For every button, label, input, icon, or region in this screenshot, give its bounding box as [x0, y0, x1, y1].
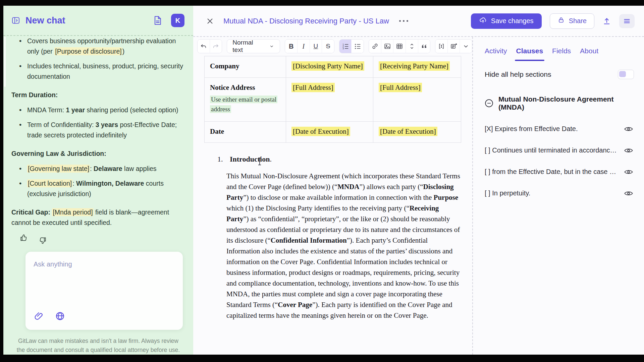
hide-help-toggle[interactable] — [618, 70, 634, 79]
underline-icon[interactable]: U — [310, 40, 322, 53]
toolbar-group — [369, 39, 430, 53]
header-actions: Save changes Share — [471, 13, 635, 29]
clause-stamp-icon[interactable] — [448, 40, 460, 53]
chat-input-card[interactable]: Ask anything — [25, 252, 183, 330]
workspace: Normal textBIUS123 Company[Disclosing Pa… — [193, 36, 644, 355]
chat-para: Critical Gap: [Mnda period] field is bla… — [11, 207, 184, 228]
chat-bullet: [Court location]: Wilmington, Delaware c… — [11, 178, 184, 199]
document-title: Mutual NDA - Disclosing Receiving Party … — [223, 17, 389, 25]
sidebar-header: New chat K — [3, 6, 193, 36]
table-cell[interactable]: [Full Address] — [286, 78, 373, 122]
quote-icon[interactable] — [418, 40, 430, 53]
bullet-list-icon[interactable] — [352, 40, 364, 53]
toolbar-group: 123 — [339, 39, 364, 53]
text-field-icon[interactable] — [435, 40, 448, 53]
table-row-label[interactable]: Date — [205, 122, 286, 143]
chat-title: New chat — [25, 15, 65, 26]
more-options-icon[interactable] — [399, 20, 408, 22]
table-cell[interactable]: [Date of Execution] — [286, 122, 373, 143]
row-label-text: Notice Address — [210, 83, 255, 92]
table-icon[interactable] — [393, 40, 406, 53]
row-label-text: Company — [210, 62, 239, 70]
chat-bullet: Term of Confidentiality: 3 years post-Ef… — [11, 120, 184, 140]
close-icon[interactable] — [206, 17, 214, 25]
clause-item[interactable]: [ ] from the Effective Date, but in the … — [485, 168, 634, 176]
text-style-dropdown[interactable]: Normal text — [227, 39, 280, 53]
field-placeholder[interactable]: [Date of Execution] — [379, 127, 437, 136]
chat-input-actions — [34, 311, 175, 322]
field-placeholder[interactable]: [Full Address] — [379, 83, 422, 92]
thumbs-down-icon[interactable] — [38, 233, 47, 245]
chevron-down-icon[interactable] — [460, 40, 472, 53]
ordered-list-icon[interactable]: 123 — [339, 40, 352, 53]
field-placeholder[interactable]: [Receiving Party Name] — [379, 61, 450, 71]
tab-about[interactable]: About — [580, 47, 598, 55]
table-cell[interactable]: [Full Address] — [373, 78, 461, 122]
tab-clauses[interactable]: Clauses — [516, 47, 543, 55]
document-header: Mutual NDA - Disclosing Receiving Party … — [193, 6, 644, 36]
share-button[interactable]: Share — [550, 13, 594, 29]
undo-icon[interactable] — [198, 40, 210, 53]
intro-paragraph: This Mutual Non-Disclosure Agreement (wh… — [226, 171, 461, 321]
avatar[interactable]: K — [171, 14, 184, 27]
main-area: Mutual NDA - Disclosing Receiving Party … — [193, 6, 644, 355]
field-placeholder[interactable]: [Full Address] — [291, 83, 335, 92]
line-spacing-icon[interactable] — [406, 40, 418, 53]
italic-icon[interactable]: I — [298, 40, 310, 53]
clause-group-title: Mutual Non-Disclosure Agreement (MNDA) — [498, 95, 634, 111]
chat-heading: Term Duration: — [11, 90, 184, 100]
clause-list: Mutual Non-Disclosure Agreement (MNDA) [… — [485, 95, 634, 197]
chat-heading: Governing Law & Jurisdiction: — [11, 148, 184, 159]
image-icon[interactable] — [381, 40, 394, 53]
redo-icon[interactable] — [210, 40, 222, 53]
hide-help-row: Hide all help sections — [485, 70, 634, 79]
text-cursor — [259, 158, 260, 165]
chat-bullet: Covers business opportunity/partnership … — [11, 36, 184, 57]
document-canvas[interactable]: Company[Disclosing Party Name][Receiving… — [193, 56, 472, 355]
save-changes-button[interactable]: Save changes — [471, 13, 542, 29]
feedback-row — [11, 228, 184, 245]
table-row-label[interactable]: Notice AddressUse either email or postal… — [205, 78, 286, 122]
sidebar-scrollbar[interactable] — [4, 37, 6, 87]
tab-fields[interactable]: Fields — [552, 47, 571, 55]
table-cell[interactable]: [Date of Execution] — [373, 122, 461, 143]
cover-page-table: Company[Disclosing Party Name][Receiving… — [204, 56, 461, 143]
clause-item[interactable]: [ ] Continues until terminated in accord… — [485, 146, 634, 154]
thumbs-up-icon[interactable] — [19, 233, 28, 245]
cloud-upload-icon — [479, 16, 487, 26]
chat-input[interactable]: Ask anything — [34, 260, 175, 268]
globe-icon[interactable] — [55, 311, 65, 322]
bold-icon[interactable]: B — [285, 40, 298, 53]
clause-item[interactable]: [ ] In perpetuity. — [485, 189, 634, 197]
table-cell[interactable]: [Disclosing Party Name] — [286, 56, 373, 78]
hide-help-label: Hide all help sections — [485, 70, 551, 78]
table-cell[interactable]: [Receiving Party Name] — [373, 56, 461, 78]
clause-group-header[interactable]: Mutual Non-Disclosure Agreement (MNDA) — [485, 95, 634, 111]
eye-icon[interactable] — [624, 190, 633, 197]
new-document-icon[interactable] — [152, 15, 163, 26]
table-row-label[interactable]: Company — [205, 56, 286, 78]
row-label-text: Date — [210, 127, 224, 135]
paperclip-icon[interactable] — [34, 311, 44, 322]
eye-icon[interactable] — [624, 126, 633, 132]
minus-circle-icon — [485, 99, 493, 108]
toolbar-group: BIUS — [285, 39, 334, 53]
eye-icon[interactable] — [624, 147, 633, 154]
panel-tabs: ActivityClausesFieldsAbout — [485, 47, 634, 55]
clause-item[interactable]: [X] Expires from Effective Date. — [485, 125, 634, 133]
hamburger-menu-icon[interactable] — [619, 14, 635, 28]
strikethrough-icon[interactable]: S — [322, 40, 334, 53]
field-placeholder[interactable]: [Disclosing Party Name] — [291, 61, 364, 71]
eye-icon[interactable] — [624, 169, 633, 175]
toolbar-group — [197, 39, 222, 53]
table-row: Notice AddressUse either email or postal… — [205, 78, 461, 122]
table-row: Company[Disclosing Party Name][Receiving… — [205, 56, 461, 78]
chat-bullet: [Governing law state]: Delaware law appl… — [11, 164, 184, 174]
app-window: New chat K Covers business opportunity/p… — [3, 6, 644, 355]
panel-toggle-icon[interactable] — [11, 16, 20, 25]
tab-activity[interactable]: Activity — [485, 47, 507, 55]
link-icon[interactable] — [369, 40, 381, 53]
upload-icon[interactable] — [602, 17, 611, 25]
field-placeholder[interactable]: [Date of Execution] — [291, 127, 350, 136]
chat-sidebar: New chat K Covers business opportunity/p… — [3, 6, 193, 355]
